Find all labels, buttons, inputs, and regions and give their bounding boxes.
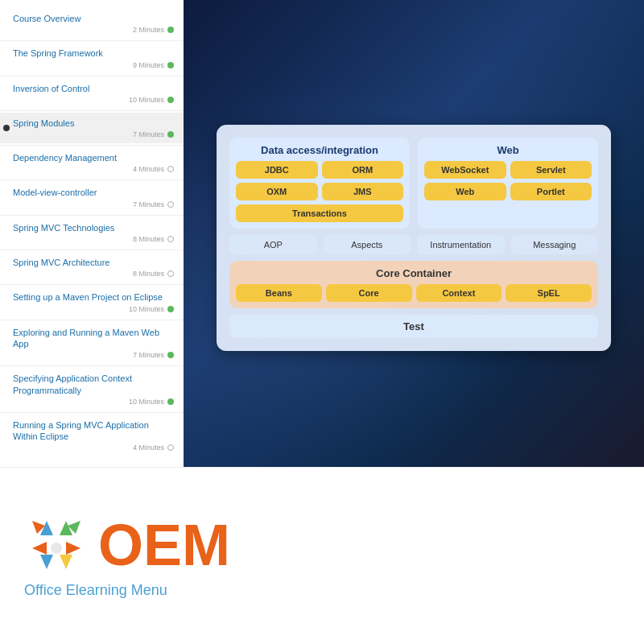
sidebar-item-title: Dependency Management bbox=[13, 152, 174, 163]
sidebar-divider bbox=[0, 320, 184, 320]
diagram-top-row: Data access/integration JDBC ORM OXM JMS… bbox=[229, 138, 598, 229]
sidebar-item-spring-modules[interactable]: Spring Modules7 Minutes bbox=[0, 113, 184, 143]
test-bar: Test bbox=[229, 315, 598, 338]
status-indicator bbox=[167, 444, 174, 451]
sidebar-item-duration: 8 Minutes bbox=[133, 270, 164, 278]
sidebar-item-spring-mvc-architecture[interactable]: Spring MVC Architecture8 Minutes bbox=[0, 252, 184, 283]
sidebar-divider bbox=[0, 40, 184, 41]
data-access-panel: Data access/integration JDBC ORM OXM JMS… bbox=[229, 138, 410, 229]
core-container-title: Core Container bbox=[236, 267, 592, 279]
sidebar-item-model-view-controller[interactable]: Model-view-controller7 Minutes bbox=[0, 182, 184, 213]
svg-marker-3 bbox=[60, 555, 72, 569]
core-box: Core bbox=[326, 284, 412, 302]
sidebar-item-course-overview[interactable]: Course Overview2 Minutes bbox=[0, 8, 184, 39]
sidebar-item-title: Inversion of Control bbox=[13, 83, 174, 94]
sidebar-item-spring-mvc-technologies[interactable]: Spring MVC Technologies8 Minutes bbox=[0, 217, 184, 248]
sidebar-item-exploring-maven-webapp[interactable]: Exploring and Running a Maven Web App7 M… bbox=[0, 322, 184, 365]
status-indicator bbox=[167, 270, 174, 277]
video-area: Data access/integration JDBC ORM OXM JMS… bbox=[184, 0, 644, 467]
sidebar-item-spring-framework[interactable]: The Spring Framework9 Minutes bbox=[0, 43, 184, 73]
status-indicator bbox=[167, 62, 174, 68]
jms-box: JMS bbox=[322, 183, 404, 200]
instrumentation-box: Instrumentation bbox=[417, 235, 505, 254]
bottom-section: OEM Office Elearning Menu bbox=[0, 467, 644, 644]
data-access-grid: JDBC ORM OXM JMS Transactions bbox=[236, 161, 403, 222]
oem-svg-icon bbox=[24, 513, 89, 577]
oem-icon bbox=[24, 513, 89, 577]
oxm-box: OXM bbox=[236, 183, 318, 200]
status-indicator bbox=[167, 97, 174, 103]
middle-row: AOP Aspects Instrumentation Messaging bbox=[229, 235, 598, 254]
sidebar-item-running-spring-mvc[interactable]: Running a Spring MVC Application Within … bbox=[0, 415, 184, 457]
oem-logo: OEM Office Elearning Menu bbox=[24, 513, 230, 599]
sidebar-item-duration: 7 Minutes bbox=[133, 130, 164, 138]
sidebar: Course Overview2 MinutesThe Spring Frame… bbox=[0, 0, 184, 467]
sidebar-divider bbox=[0, 215, 184, 216]
messaging-box: Messaging bbox=[511, 235, 599, 254]
portlet-box: Portlet bbox=[510, 183, 592, 200]
aop-box: AOP bbox=[229, 235, 317, 254]
status-indicator bbox=[167, 236, 174, 242]
sidebar-item-inversion-of-control[interactable]: Inversion of Control10 Minutes bbox=[0, 78, 184, 109]
sidebar-item-specifying-app-context[interactable]: Specifying Application Context Programma… bbox=[0, 368, 184, 411]
sidebar-divider bbox=[0, 180, 184, 180]
svg-marker-2 bbox=[66, 542, 80, 555]
status-indicator bbox=[167, 352, 174, 358]
spring-diagram: Data access/integration JDBC ORM OXM JMS… bbox=[217, 125, 611, 351]
sidebar-item-title: Model-view-controller bbox=[13, 187, 174, 198]
sidebar-item-duration: 10 Minutes bbox=[129, 305, 164, 313]
sidebar-item-duration: 9 Minutes bbox=[133, 61, 164, 69]
sidebar-item-duration: 7 Minutes bbox=[133, 200, 164, 208]
core-container: Core Container Beans Core Context SpEL bbox=[229, 261, 598, 308]
sidebar-item-title: Spring MVC Architecture bbox=[13, 257, 174, 268]
status-indicator bbox=[167, 306, 174, 312]
beans-box: Beans bbox=[236, 284, 322, 302]
sidebar-divider bbox=[0, 145, 184, 146]
sidebar-divider bbox=[0, 250, 184, 250]
sidebar-item-duration: 4 Minutes bbox=[133, 165, 164, 173]
data-access-title: Data access/integration bbox=[236, 144, 403, 156]
status-indicator bbox=[167, 201, 174, 208]
orm-box: ORM bbox=[322, 161, 404, 179]
sidebar-divider bbox=[0, 76, 184, 76]
sidebar-divider bbox=[0, 412, 184, 413]
web-grid: WebSocket Servlet Web Portlet bbox=[424, 161, 592, 200]
web-title: Web bbox=[424, 144, 592, 156]
sidebar-item-duration: 7 Minutes bbox=[133, 351, 164, 359]
sidebar-item-dependency-management[interactable]: Dependency Management4 Minutes bbox=[0, 147, 184, 178]
sidebar-item-title: Course Overview bbox=[13, 13, 174, 24]
status-indicator bbox=[167, 398, 174, 405]
jdbc-box: JDBC bbox=[236, 161, 318, 179]
context-box: Context bbox=[416, 284, 502, 302]
web-box: Web bbox=[424, 183, 506, 200]
sidebar-item-duration: 2 Minutes bbox=[133, 26, 164, 34]
sidebar-item-title: Exploring and Running a Maven Web App bbox=[13, 327, 174, 350]
web-panel: Web WebSocket Servlet Web Portlet bbox=[418, 138, 598, 229]
oem-text-label: OEM bbox=[98, 516, 230, 574]
sidebar-item-maven-project-eclipse[interactable]: Setting up a Maven Project on Eclipse10 … bbox=[0, 287, 184, 317]
spel-box: SpEL bbox=[506, 284, 592, 302]
sidebar-item-title: Spring Modules bbox=[13, 118, 174, 129]
sidebar-item-duration: 10 Minutes bbox=[129, 398, 164, 406]
sidebar-divider bbox=[0, 110, 184, 111]
sidebar-divider bbox=[0, 365, 184, 366]
servlet-box: Servlet bbox=[510, 161, 592, 179]
top-section: Course Overview2 MinutesThe Spring Frame… bbox=[0, 0, 644, 467]
sidebar-item-duration: 4 Minutes bbox=[133, 444, 164, 452]
transactions-box: Transactions bbox=[236, 204, 403, 222]
svg-marker-5 bbox=[32, 542, 47, 555]
aspects-box: Aspects bbox=[324, 235, 411, 254]
status-indicator bbox=[167, 131, 174, 138]
sidebar-item-title: Setting up a Maven Project on Eclipse bbox=[13, 291, 174, 303]
sidebar-item-title: The Spring Framework bbox=[13, 47, 174, 59]
websocket-box: WebSocket bbox=[424, 161, 506, 179]
oem-logo-top: OEM bbox=[24, 513, 230, 577]
sidebar-item-duration: 8 Minutes bbox=[133, 235, 164, 243]
sidebar-item-title: Spring MVC Technologies bbox=[13, 222, 174, 233]
main-container: Course Overview2 MinutesThe Spring Frame… bbox=[0, 0, 644, 644]
svg-marker-4 bbox=[40, 555, 53, 569]
sidebar-item-title: Specifying Application Context Programma… bbox=[13, 373, 174, 396]
svg-point-8 bbox=[51, 543, 62, 554]
status-indicator bbox=[167, 27, 174, 33]
sidebar-divider bbox=[0, 284, 184, 285]
